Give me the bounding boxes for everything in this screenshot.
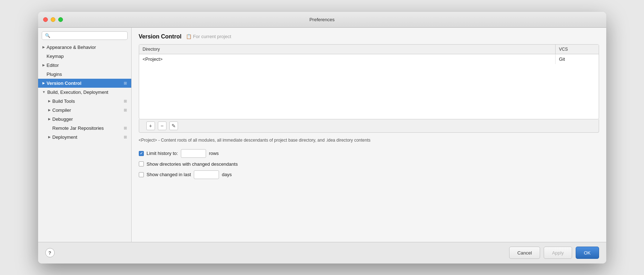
options-area: Limit history to: ▲ ▼ rows Show director…: [139, 149, 599, 179]
arrow-icon: ▼: [42, 90, 46, 94]
sidebar-item-keymap[interactable]: ▶ Keymap: [38, 52, 131, 61]
sidebar-item-deployment[interactable]: ▶ Deployment ⊞: [38, 133, 131, 142]
preferences-window: Preferences 🔍 ▶ Appearance & Behavior ▶ …: [38, 12, 606, 263]
show-changed-input[interactable]: [194, 172, 219, 177]
remove-button[interactable]: −: [158, 122, 166, 130]
description-text: <Project> - Content roots of all modules…: [139, 137, 599, 143]
sidebar-item-debugger[interactable]: ▶ Debugger: [38, 115, 131, 124]
search-box[interactable]: 🔍: [42, 31, 128, 40]
show-changed-label-after: days: [222, 172, 232, 177]
sidebar-item-build-execution[interactable]: ▼ Build, Execution, Deployment: [38, 88, 131, 97]
arrow-icon: ▶: [48, 99, 51, 103]
limit-history-row: Limit history to: ▲ ▼ rows: [139, 149, 599, 158]
arrow-icon: ▶: [48, 108, 51, 112]
show-directories-checkbox[interactable]: [139, 161, 144, 166]
limit-history-input[interactable]: [181, 151, 206, 156]
sidebar-item-label: Build, Execution, Deployment: [47, 90, 108, 95]
arrow-icon: ▶: [42, 81, 45, 85]
section-title: Version Control: [139, 33, 182, 40]
sidebar-item-remote-jar[interactable]: ▶ Remote Jar Repositories ⊞: [38, 124, 131, 133]
sidebar-item-compiler[interactable]: ▶ Compiler ⊞: [38, 106, 131, 115]
arrow-icon: ▶: [42, 63, 45, 67]
table-row[interactable]: <Project> Git: [139, 54, 599, 64]
sidebar-item-label: Appearance & Behavior: [47, 45, 96, 50]
copy-icon: ⊞: [124, 99, 127, 104]
copy-icon: ⊞: [124, 81, 127, 86]
sidebar-item-version-control[interactable]: ▶ Version Control ⊞: [38, 79, 131, 88]
sidebar-item-label: Compiler: [52, 107, 71, 113]
sidebar-item-appearance[interactable]: ▶ Appearance & Behavior: [38, 43, 131, 52]
search-input[interactable]: [52, 33, 124, 38]
apply-button[interactable]: Apply: [544, 247, 572, 259]
vcs-toolbar: + − ✎: [139, 119, 599, 133]
sidebar-item-label: Build Tools: [52, 98, 75, 104]
vcs-table-header: Directory VCS: [139, 45, 599, 54]
sidebar-item-label: Remote Jar Repositories: [52, 125, 104, 131]
main-header: Version Control 📋 For current project: [132, 28, 606, 44]
traffic-lights: [43, 17, 63, 22]
limit-history-label: Limit history to:: [147, 151, 178, 156]
search-icon: 🔍: [45, 33, 50, 38]
section-subtitle: 📋 For current project: [186, 34, 231, 39]
sidebar-item-label: Deployment: [52, 134, 77, 140]
col-vcs-header: VCS: [556, 45, 599, 54]
copy-icon: ⊞: [124, 135, 127, 139]
col-directory-header: Directory: [139, 45, 556, 54]
ok-button[interactable]: OK: [576, 247, 599, 259]
arrow-icon: ▶: [48, 135, 51, 139]
vcs-table-body: <Project> Git: [139, 54, 599, 119]
window-title: Preferences: [309, 17, 334, 22]
main-panel: Version Control 📋 For current project Di…: [132, 28, 606, 242]
sidebar: 🔍 ▶ Appearance & Behavior ▶ Keymap ▶ Edi…: [38, 28, 132, 242]
subtitle-text: For current project: [193, 34, 231, 39]
copy-icon: ⊞: [124, 126, 127, 130]
minimize-button[interactable]: [51, 17, 55, 22]
sidebar-item-label: Debugger: [52, 116, 73, 122]
bottom-bar: ? Cancel Apply OK: [38, 242, 606, 263]
close-button[interactable]: [43, 17, 48, 22]
sidebar-item-plugins[interactable]: ▶ Plugins: [38, 70, 131, 79]
sidebar-item-build-tools[interactable]: ▶ Build Tools ⊞: [38, 97, 131, 106]
show-changed-label-before: Show changed in last: [147, 172, 191, 177]
show-changed-spinbox[interactable]: ▲ ▼: [194, 170, 219, 179]
limit-history-unit: rows: [209, 151, 219, 156]
titlebar: Preferences: [38, 12, 606, 28]
sidebar-item-label: Editor: [47, 63, 59, 68]
action-buttons: Cancel Apply OK: [509, 247, 599, 259]
cell-vcs: Git: [556, 54, 599, 64]
edit-button[interactable]: ✎: [169, 122, 178, 130]
sidebar-item-label: Plugins: [47, 72, 62, 77]
show-directories-label: Show directories with changed descendant…: [147, 161, 238, 167]
sidebar-item-label: Version Control: [47, 81, 82, 86]
help-button[interactable]: ?: [45, 248, 55, 257]
sidebar-item-editor[interactable]: ▶ Editor: [38, 61, 131, 70]
cancel-button[interactable]: Cancel: [509, 247, 540, 259]
show-changed-checkbox[interactable]: [139, 172, 144, 177]
subtitle-icon: 📋: [186, 34, 192, 39]
arrow-icon: ▶: [48, 117, 51, 121]
content-area: 🔍 ▶ Appearance & Behavior ▶ Keymap ▶ Edi…: [38, 28, 606, 242]
vcs-table: Directory VCS <Project> Git: [139, 44, 599, 119]
copy-icon: ⊞: [124, 108, 127, 113]
sidebar-item-label: Keymap: [47, 54, 64, 59]
limit-history-checkbox[interactable]: [139, 151, 144, 156]
add-button[interactable]: +: [146, 122, 155, 130]
show-directories-row: Show directories with changed descendant…: [139, 161, 599, 167]
show-changed-row: Show changed in last ▲ ▼ days: [139, 170, 599, 179]
maximize-button[interactable]: [58, 17, 63, 22]
limit-history-spinbox[interactable]: ▲ ▼: [181, 149, 206, 158]
arrow-icon: ▶: [42, 45, 45, 49]
cell-directory: <Project>: [139, 54, 556, 64]
